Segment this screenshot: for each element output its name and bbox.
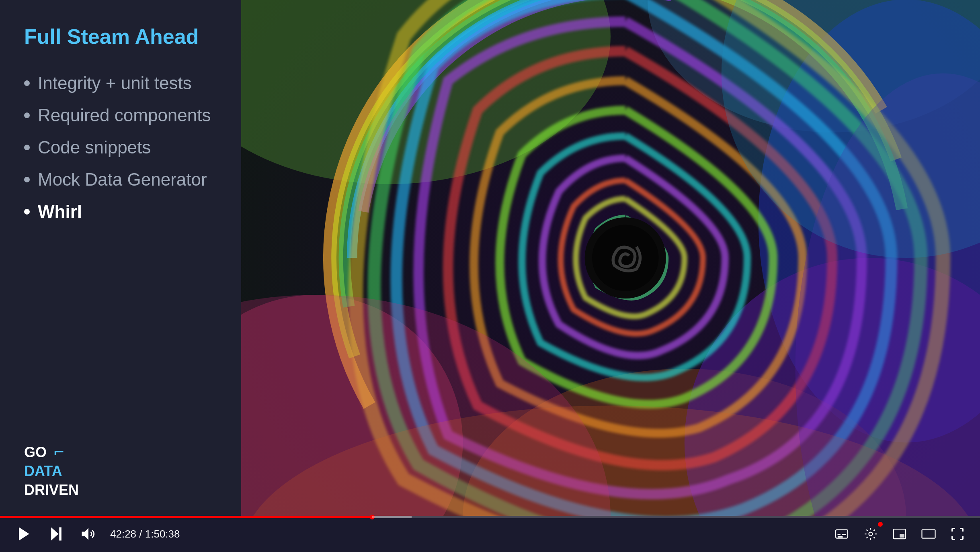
logo-data-text: DATA xyxy=(24,462,221,481)
svg-marker-16 xyxy=(82,528,89,540)
logo-go-text: GO xyxy=(24,443,47,462)
bullet-item-5-whirl: Whirl xyxy=(24,202,221,222)
settings-button[interactable] xyxy=(860,523,881,544)
play-button[interactable] xyxy=(12,522,36,546)
bullet-dot xyxy=(24,209,30,215)
fullscreen-icon xyxy=(950,527,965,541)
time-display: 42:28 / 1:50:38 xyxy=(110,528,180,540)
volume-button[interactable] xyxy=(76,522,100,546)
settings-icon xyxy=(863,527,878,541)
bullet-item-2: Required components xyxy=(24,105,221,125)
logo-driven-text: DRIVEN xyxy=(24,481,221,500)
hd-badge-dot xyxy=(878,522,883,527)
bullet-text-5: Whirl xyxy=(38,202,82,222)
svg-point-21 xyxy=(869,532,873,536)
bullet-item-3: Code snippets xyxy=(24,137,221,157)
miniplayer-button[interactable] xyxy=(889,523,910,544)
volume-icon xyxy=(80,525,97,543)
bullet-dot xyxy=(24,177,30,182)
play-icon xyxy=(15,525,33,543)
bullet-dot xyxy=(24,80,30,86)
theater-button[interactable] xyxy=(918,523,939,544)
fullscreen-button[interactable] xyxy=(947,523,968,544)
progress-buffered xyxy=(372,516,412,518)
svg-rect-23 xyxy=(900,534,904,538)
theater-icon xyxy=(921,527,936,541)
svg-rect-15 xyxy=(59,527,62,541)
next-button[interactable] xyxy=(44,522,68,546)
logo-bracket: ⌐ xyxy=(54,442,64,462)
subtitles-icon xyxy=(834,527,849,541)
bullet-text-1: Integrity + unit tests xyxy=(38,73,192,93)
miniplayer-icon xyxy=(892,527,907,541)
bullet-dot xyxy=(24,145,30,150)
progress-bar[interactable] xyxy=(0,516,980,518)
bullet-text-4: Mock Data Generator xyxy=(38,170,207,190)
swirl-visualization xyxy=(241,0,980,516)
svg-rect-20 xyxy=(838,536,843,538)
logo-go-line: GO ⌐ xyxy=(24,442,221,462)
slide-title: Full Steam Ahead xyxy=(24,24,221,49)
svg-marker-13 xyxy=(19,527,29,541)
slide-panel-left: Full Steam Ahead Integrity + unit tests … xyxy=(0,0,241,516)
skip-next-icon xyxy=(47,525,65,543)
svg-rect-24 xyxy=(922,530,935,538)
subtitles-button[interactable] xyxy=(831,523,852,544)
bullet-dot xyxy=(24,112,30,118)
svg-rect-19 xyxy=(842,534,846,535)
bullet-item-4: Mock Data Generator xyxy=(24,170,221,190)
svg-marker-14 xyxy=(51,527,58,541)
bullet-item-1: Integrity + unit tests xyxy=(24,73,221,93)
slide-panel-right xyxy=(241,0,980,516)
bullet-text-2: Required components xyxy=(38,105,211,125)
logo-area: GO ⌐ DATA DRIVEN xyxy=(24,434,221,500)
bullet-text-3: Code snippets xyxy=(38,137,151,157)
video-player: Full Steam Ahead Integrity + unit tests … xyxy=(0,0,980,552)
video-area: Full Steam Ahead Integrity + unit tests … xyxy=(0,0,980,516)
progress-fill xyxy=(0,516,372,518)
bullet-list: Integrity + unit tests Required componen… xyxy=(24,73,221,418)
svg-rect-18 xyxy=(838,534,841,535)
controls-right xyxy=(831,523,968,544)
controls-bar: 42:28 / 1:50:38 xyxy=(0,516,980,552)
svg-point-8 xyxy=(592,225,658,291)
